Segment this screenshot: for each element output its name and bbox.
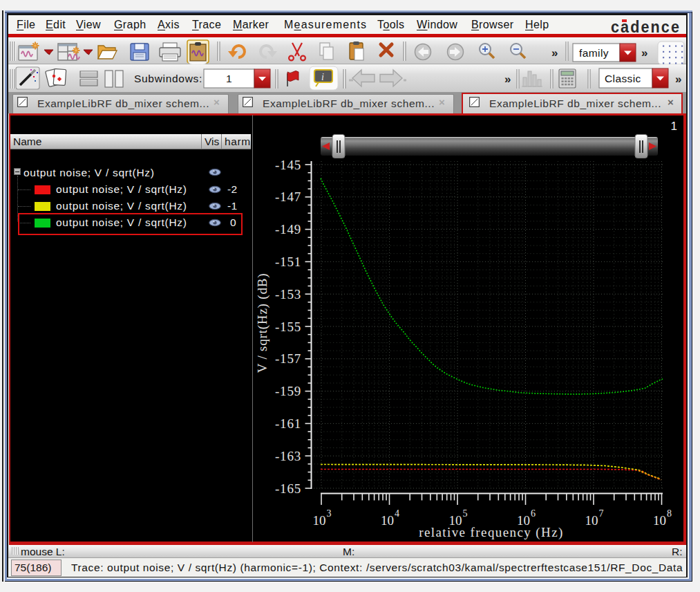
svg-text:»: » xyxy=(551,46,558,59)
svg-text:10: 10 xyxy=(653,513,666,528)
svg-text:10: 10 xyxy=(585,513,598,528)
svg-text:3: 3 xyxy=(327,508,332,519)
svg-text:i: i xyxy=(321,72,324,82)
svg-text:8: 8 xyxy=(667,508,672,519)
svg-text:-157: -157 xyxy=(275,351,301,366)
svg-text:-155: -155 xyxy=(275,320,301,334)
svg-text:-151: -151 xyxy=(275,255,301,269)
svg-text:relative frequency (Hz): relative frequency (Hz) xyxy=(419,525,563,540)
svg-text:-149: -149 xyxy=(275,222,301,237)
svg-text:4: 4 xyxy=(395,508,399,519)
svg-text:-145: -145 xyxy=(275,158,301,172)
svg-text:1: 1 xyxy=(226,73,232,84)
svg-text:5: 5 xyxy=(463,508,468,519)
svg-text:-153: -153 xyxy=(275,287,301,302)
svg-text:-159: -159 xyxy=(275,384,301,398)
svg-text:»: » xyxy=(675,73,681,86)
svg-text:-163: -163 xyxy=(275,449,301,463)
svg-text:V / sqrt(Hz) (dB): V / sqrt(Hz) (dB) xyxy=(255,273,270,373)
svg-text:»: » xyxy=(504,73,511,86)
svg-text:-147: -147 xyxy=(275,189,301,204)
svg-text:Subwindows:: Subwindows: xyxy=(134,73,202,84)
svg-text:1: 1 xyxy=(671,120,677,133)
svg-text:10: 10 xyxy=(313,513,326,528)
svg-text:7: 7 xyxy=(599,508,604,519)
svg-text:family: family xyxy=(579,47,609,59)
svg-text:»: » xyxy=(641,46,647,59)
svg-text:-161: -161 xyxy=(275,416,301,431)
svg-text:6: 6 xyxy=(531,508,536,519)
svg-text:10: 10 xyxy=(381,513,394,528)
svg-text:-165: -165 xyxy=(275,481,301,496)
svg-text:Classic: Classic xyxy=(605,73,641,84)
